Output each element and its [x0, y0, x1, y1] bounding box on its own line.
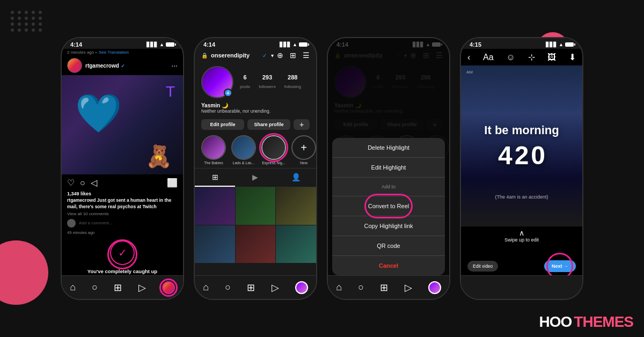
profile-avatar-2[interactable]: + [201, 66, 233, 98]
decorative-circle-bottom-left [0, 240, 48, 305]
nav-profile-3[interactable] [428, 281, 441, 294]
like-icon[interactable]: ♡ [67, 178, 75, 188]
back-button[interactable]: ‹ [467, 53, 470, 62]
story-bottom-controls: Edit video Next → [461, 257, 582, 275]
add-story-button[interactable]: + [224, 89, 232, 97]
hamburger-icon[interactable]: ☰ [303, 51, 310, 60]
clock-digit-3: 0 [531, 143, 545, 169]
followers-label: followers [259, 84, 276, 89]
following-stat[interactable]: 288 following [284, 74, 301, 90]
phone-1-feed: 4:14 ▊▊▊ ▲ 2 minutes ago • See Translati… [61, 37, 184, 300]
highlight-2[interactable]: Lads & Las... [231, 135, 256, 165]
nav-create-icon[interactable]: ⊞ [114, 282, 122, 294]
status-bar-1: 4:14 ▊▊▊ ▲ [62, 38, 183, 49]
nav-reels-icon-2[interactable]: ▷ [272, 282, 279, 294]
status-time-4: 4:15 [470, 41, 481, 48]
edit-highlight-option[interactable]: Edit Highlight [332, 158, 445, 178]
nav-home-icon-2[interactable]: ⌂ [203, 282, 209, 293]
grid-item-4[interactable] [195, 225, 235, 263]
nav-search-icon-2[interactable]: ○ [225, 282, 231, 293]
nav-create-icon-3[interactable]: ⊞ [380, 282, 388, 294]
battery-icon-2 [299, 42, 308, 47]
nav-reels-icon-3[interactable]: ▷ [405, 282, 412, 294]
photo-grid [195, 187, 316, 263]
highlight-3[interactable]: Espress Nig... [261, 135, 286, 165]
qr-code-option[interactable]: QR code [332, 236, 445, 256]
post-username[interactable]: rtgamecrowd ✓ [85, 63, 168, 69]
add-post-icon[interactable]: ⊞ [290, 51, 296, 60]
add-comment-area[interactable]: Add a comment... [62, 217, 183, 229]
nav-home-icon[interactable]: ⌂ [70, 282, 76, 293]
branding: HOO THEMES [539, 313, 633, 331]
more-options-icon[interactable]: ··· [171, 61, 178, 70]
grid-item-1[interactable] [195, 187, 235, 225]
sticker-tool-icon[interactable]: ☺ [506, 53, 515, 62]
view-comments[interactable]: View all 10 comments [62, 210, 183, 217]
edit-profile-button[interactable]: Edit profile [201, 119, 244, 130]
caption-username[interactable]: rtgamecrowd [67, 197, 96, 203]
cancel-option[interactable]: Cancel [332, 256, 445, 275]
status-icons-4: ▊▊▊ ▲ [546, 42, 574, 47]
highlight-label-2: Lads & Las... [233, 161, 255, 165]
following-label: following [284, 84, 301, 89]
bookmark-icon[interactable]: ⬜ [167, 178, 178, 188]
highlight-circle-3 [261, 135, 286, 160]
post-actions: ♡ ○ ◁ ⬜ [62, 174, 183, 191]
text-tool-icon[interactable]: Aa [483, 53, 494, 62]
grid-item-6[interactable] [276, 225, 316, 263]
story-background: AM It be morning 4 2 0 (The 4am is an ac… [461, 65, 582, 226]
profile-red-circle [159, 279, 178, 297]
post-avatar[interactable] [67, 58, 82, 73]
battery-icon-4 [565, 42, 574, 47]
layout-tool-icon[interactable]: ⊹ [528, 52, 535, 62]
new-highlight-button[interactable]: + [291, 135, 316, 160]
threads-icon[interactable]: ⊕ [277, 51, 283, 60]
grid-item-5[interactable] [236, 225, 276, 263]
add-contact-button[interactable]: + [294, 119, 310, 130]
dropdown-icon[interactable]: ▾ [271, 53, 274, 58]
bottom-nav-2: ⌂ ○ ⊞ ▷ [195, 275, 316, 299]
posts-stat[interactable]: 6 posts [240, 74, 250, 90]
convert-red-circle [364, 194, 413, 218]
edit-video-button[interactable]: Edit video [467, 261, 498, 272]
copy-highlight-link-option[interactable]: Copy Highlight link [332, 216, 445, 236]
convert-to-reel-option[interactable]: Convert to Reel [332, 196, 445, 216]
tab-tagged[interactable]: 👤 [276, 169, 316, 187]
posts-label: posts [240, 84, 250, 89]
nav-create-icon-2[interactable]: ⊞ [247, 282, 255, 294]
wifi-icon-2: ▲ [292, 42, 297, 47]
highlight-new-label: New [300, 161, 308, 165]
add-to-option[interactable]: Add to [332, 178, 445, 196]
nav-reels-icon[interactable]: ▷ [138, 282, 146, 294]
delete-highlight-option[interactable]: Delete Highlight [332, 138, 445, 158]
bottom-nav-1: ⌂ ○ ⊞ ▷ [62, 275, 183, 299]
grid-item-3[interactable] [276, 187, 316, 225]
see-translation-link[interactable]: See Translation [99, 50, 129, 55]
twitch-logo: T [166, 83, 175, 100]
battery-icon-1 [166, 42, 174, 47]
download-tool-icon[interactable]: ⬇ [569, 52, 576, 62]
grid-item-2[interactable] [236, 187, 276, 225]
nav-home-icon-3[interactable]: ⌂ [336, 282, 342, 293]
nav-profile-2[interactable] [295, 281, 308, 294]
nav-search-icon[interactable]: ○ [92, 282, 98, 293]
story-main-text[interactable]: It be morning [484, 123, 559, 137]
post-caption: rtgamecrowd Just got sent a human heart … [62, 197, 183, 210]
highlight-new[interactable]: + New [291, 135, 316, 165]
next-button[interactable]: Next → [544, 260, 576, 272]
caught-up-circle: ✓ [110, 240, 135, 265]
highlight-1[interactable]: The Babies [201, 135, 226, 165]
checkmark-icon: ✓ [118, 246, 127, 259]
tab-grid[interactable]: ⊞ [195, 169, 235, 187]
am-label: AM [466, 70, 473, 75]
image-tool-icon[interactable]: 🖼 [547, 53, 556, 62]
tab-reels[interactable]: ▶ [235, 169, 275, 187]
share-icon[interactable]: ◁ [91, 178, 97, 188]
comment-icon[interactable]: ○ [80, 178, 85, 188]
share-profile-button[interactable]: Share profile [247, 119, 290, 130]
nav-search-icon-3[interactable]: ○ [358, 282, 364, 293]
profile-info: + 6 posts 293 followers 288 following [195, 62, 316, 102]
followers-stat[interactable]: 293 followers [259, 74, 276, 90]
nav-profile-avatar[interactable] [162, 281, 175, 294]
profile-bio-text: Neither unbearable, nor unending. [201, 108, 310, 114]
